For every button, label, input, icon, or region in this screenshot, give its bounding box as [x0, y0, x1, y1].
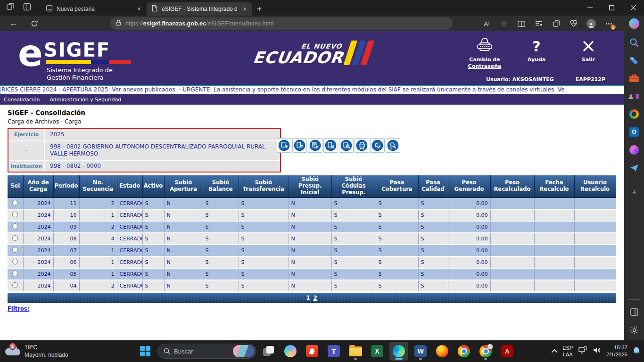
favorites-hub-icon[interactable] [532, 17, 546, 30]
new-file-button[interactable] [277, 138, 291, 153]
essentials-icon[interactable] [567, 17, 581, 30]
firefox-taskbar-icon[interactable] [433, 342, 452, 361]
newtab-favicon [46, 5, 53, 13]
refresh-button[interactable] [28, 17, 41, 30]
task-view-taskbar-icon[interactable] [259, 342, 278, 361]
ecuador-stripes [347, 41, 371, 65]
drop-icon[interactable] [628, 162, 640, 173]
tab-esigef[interactable]: eSIGEF - Sistema Integrado de G × [147, 2, 252, 16]
table-row: 2024061CERRADOSNSSNSSS0.00 [8, 256, 616, 268]
tab-close-icon[interactable]: × [241, 5, 248, 13]
network-icon[interactable] [578, 346, 587, 356]
table-cell: S [376, 268, 418, 280]
search-icon[interactable] [628, 37, 640, 48]
teams-taskbar-icon[interactable]: T [324, 342, 343, 361]
tab-groups-icon[interactable] [7, 3, 15, 13]
edge-taskbar-icon[interactable] [389, 342, 408, 361]
word-taskbar-icon[interactable]: W [411, 342, 430, 361]
microsoft-365-icon[interactable] [628, 108, 640, 120]
tray-expand-icon[interactable] [552, 349, 558, 355]
row-select-radio[interactable] [12, 212, 18, 217]
back-button[interactable]: ← [8, 17, 20, 30]
table-cell: S [239, 245, 289, 256]
new-tab-button[interactable]: + [257, 4, 262, 14]
settings-icon[interactable] [628, 324, 640, 336]
esigef-logo: e SIGEF Sistema Integrado de Gestión Fin… [18, 36, 131, 82]
url-bar[interactable]: https://esigef.finanzas.gob.ec/eSIGEF/me… [110, 17, 453, 30]
table-cell [574, 221, 616, 233]
esigef-page: e SIGEF Sistema Integrado de Gestión Fin… [0, 31, 624, 340]
toolbox-icon[interactable] [628, 73, 640, 84]
copilot-icon[interactable] [629, 18, 639, 29]
language-indicator[interactable]: ESPLAA [562, 345, 573, 358]
add-icon[interactable]: + [628, 187, 640, 198]
table-cell [534, 280, 574, 292]
validate-file-button[interactable] [308, 138, 322, 153]
window-minimize-button[interactable] [579, 0, 601, 16]
clock[interactable]: 15:377/1/2025 [606, 344, 627, 358]
row-select-radio[interactable] [12, 259, 18, 264]
copilot-taskbar-icon[interactable] [281, 342, 300, 361]
row-select-radio[interactable] [12, 223, 18, 229]
profile-icon[interactable] [584, 17, 598, 30]
workspaces-icon[interactable] [23, 3, 31, 13]
more-icon[interactable]: 1 [602, 17, 616, 30]
acrobat-taskbar-icon[interactable]: A [498, 342, 517, 361]
menu-item-administracion[interactable]: Administración y Seguridad [50, 97, 121, 103]
row-select-radio[interactable] [12, 247, 18, 253]
table-cell: N [289, 233, 331, 245]
notification-bell-icon[interactable] [633, 346, 640, 356]
window-maximize-button[interactable] [601, 0, 622, 16]
table-cell: 2024 [23, 197, 53, 209]
select-cell [8, 209, 23, 221]
window-close-button[interactable] [622, 0, 644, 16]
row-select-radio[interactable] [12, 235, 18, 241]
chrome-taskbar-icon[interactable] [454, 342, 473, 361]
row-select-radio[interactable] [12, 282, 18, 288]
filters-link[interactable]: Filtros: [8, 305, 29, 312]
weather-badge: 1 [9, 343, 16, 350]
tab-close-icon[interactable]: × [135, 5, 143, 13]
start-button[interactable] [136, 342, 155, 361]
column-header: Periodo [53, 175, 79, 197]
table-cell: S [418, 221, 448, 233]
table-cell: CERRADO [117, 197, 142, 209]
table-cell: N [289, 268, 331, 280]
table-cell: S [142, 221, 164, 233]
upload-file-button[interactable] [292, 138, 307, 153]
menu-item-consolidacion[interactable]: Consolidación [4, 97, 40, 103]
tab-nueva-pestana[interactable]: Nueva pestaña × [41, 2, 147, 16]
change-password-button[interactable]: Cambio de Contraseña [465, 36, 504, 70]
read-aloud-icon[interactable]: A) [479, 17, 494, 30]
favorites-icon[interactable]: ☆ [497, 17, 511, 30]
table-cell: N [164, 209, 203, 221]
excel-taskbar-icon[interactable]: X [368, 342, 387, 361]
designer-icon[interactable] [628, 144, 640, 156]
delete-file-button[interactable] [323, 138, 338, 153]
help-button[interactable]: ? Ayuda [517, 36, 556, 70]
customize-panel-icon[interactable] [628, 306, 640, 318]
volume-icon[interactable] [593, 346, 601, 356]
taskbar-search[interactable]: Buscar [157, 344, 256, 359]
table-cell: CERRADO [117, 280, 142, 292]
games-icon[interactable]: ♟♜ [628, 90, 640, 102]
chrome-profile-taskbar-icon[interactable] [476, 342, 495, 361]
table-cell: CERRADO [117, 221, 142, 233]
outlook-icon[interactable]: O [628, 126, 640, 138]
pdf-tool-taskbar-icon[interactable] [303, 342, 322, 361]
table-cell [534, 268, 574, 280]
weather-widget[interactable]: 1 18°C Mayorm. nublado [5, 344, 68, 359]
shopping-icon[interactable] [628, 55, 640, 66]
print-button[interactable] [355, 138, 369, 153]
file-explorer-taskbar-icon[interactable] [346, 342, 365, 361]
exit-button[interactable]: Salir [569, 36, 608, 70]
view-file-button[interactable] [339, 138, 354, 153]
collections-icon[interactable] [549, 17, 563, 30]
recalculate-search-button[interactable] [386, 138, 400, 153]
row-select-radio[interactable] [12, 200, 18, 206]
page-link-2[interactable]: 2 [314, 295, 317, 301]
row-select-radio[interactable] [12, 271, 18, 276]
approve-quality-button[interactable]: C [370, 138, 385, 153]
column-header: Sel [8, 175, 23, 197]
split-screen-icon[interactable] [514, 17, 528, 30]
